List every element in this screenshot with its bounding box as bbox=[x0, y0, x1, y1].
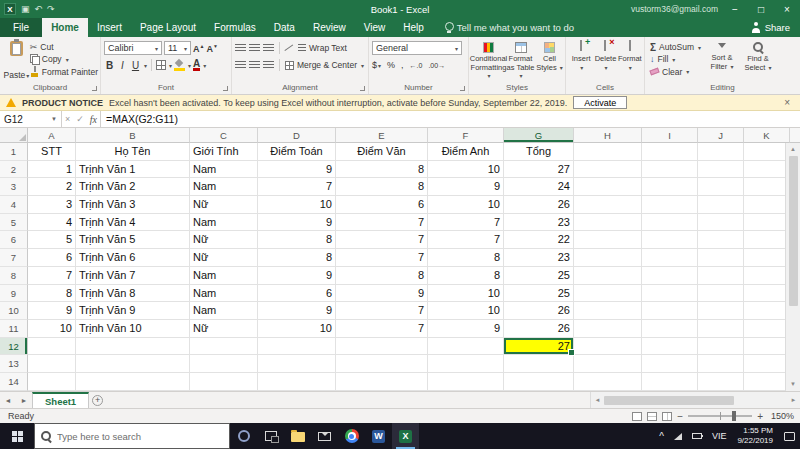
taskbar-search[interactable] bbox=[34, 423, 230, 449]
cell-E3[interactable]: 8 bbox=[336, 178, 428, 196]
font-name-select[interactable]: Calibri▾ bbox=[104, 41, 162, 55]
maximize-button[interactable]: □ bbox=[752, 4, 770, 15]
cell-A8[interactable]: 7 bbox=[28, 267, 76, 285]
cell-F14[interactable] bbox=[428, 373, 504, 391]
cell-I11[interactable] bbox=[642, 320, 698, 338]
zoom-slider[interactable] bbox=[688, 415, 752, 417]
cell-E9[interactable]: 9 bbox=[336, 285, 428, 303]
battery-icon[interactable] bbox=[687, 423, 707, 449]
cut-button[interactable]: ✂Cut bbox=[30, 41, 98, 53]
cell-D4[interactable]: 10 bbox=[258, 196, 336, 214]
cell-D1[interactable]: Điểm Toán bbox=[258, 143, 336, 161]
cell-K9[interactable] bbox=[744, 285, 790, 303]
cell-I3[interactable] bbox=[642, 178, 698, 196]
percent-style-button[interactable]: % bbox=[387, 60, 395, 70]
scroll-right-icon[interactable]: ► bbox=[787, 397, 800, 403]
cell-D13[interactable] bbox=[258, 355, 336, 373]
row-header-4[interactable]: 4 bbox=[0, 196, 28, 214]
cell-F1[interactable]: Điểm Anh bbox=[428, 143, 504, 161]
decrease-font-icon[interactable]: A▼ bbox=[206, 43, 217, 54]
name-box[interactable]: G12 ▼ bbox=[0, 111, 62, 127]
cell-A10[interactable]: 9 bbox=[28, 302, 76, 320]
cell-K10[interactable] bbox=[744, 302, 790, 320]
cell-J11[interactable] bbox=[698, 320, 744, 338]
view-page-layout-icon[interactable] bbox=[647, 412, 657, 421]
cell-B6[interactable]: Trịnh Văn 5 bbox=[76, 231, 190, 249]
row-header-1[interactable]: 1 bbox=[0, 143, 28, 161]
enter-icon[interactable]: ✓ bbox=[76, 114, 84, 124]
row-header-8[interactable]: 8 bbox=[0, 267, 28, 285]
column-header-C[interactable]: C bbox=[190, 128, 258, 143]
close-button[interactable]: × bbox=[778, 4, 796, 15]
cell-E14[interactable] bbox=[336, 373, 428, 391]
decrease-decimal-icon[interactable]: .00→ bbox=[428, 62, 445, 69]
row-header-3[interactable]: 3 bbox=[0, 178, 28, 196]
cell-G7[interactable]: 23 bbox=[504, 249, 574, 267]
cell-I1[interactable] bbox=[642, 143, 698, 161]
cell-D11[interactable]: 10 bbox=[258, 320, 336, 338]
cell-B1[interactable]: Họ Tên bbox=[76, 143, 190, 161]
alignment-dialog-launcher-icon[interactable] bbox=[360, 86, 365, 91]
cell-J8[interactable] bbox=[698, 267, 744, 285]
row-header-5[interactable]: 5 bbox=[0, 214, 28, 232]
row-header-2[interactable]: 2 bbox=[0, 161, 28, 179]
cell-K5[interactable] bbox=[744, 214, 790, 232]
excel-button[interactable]: X bbox=[392, 423, 419, 449]
cell-D5[interactable]: 9 bbox=[258, 214, 336, 232]
cell-K4[interactable] bbox=[744, 196, 790, 214]
cell-K3[interactable] bbox=[744, 178, 790, 196]
cell-G13[interactable] bbox=[504, 355, 574, 373]
cell-G14[interactable] bbox=[504, 373, 574, 391]
word-button[interactable]: W bbox=[365, 423, 392, 449]
cell-K7[interactable] bbox=[744, 249, 790, 267]
cell-G9[interactable]: 25 bbox=[504, 285, 574, 303]
increase-font-icon[interactable]: A▲ bbox=[193, 43, 204, 54]
cell-B13[interactable] bbox=[76, 355, 190, 373]
tray-expand-icon[interactable]: ^ bbox=[654, 423, 669, 449]
cell-F8[interactable]: 8 bbox=[428, 267, 504, 285]
cell-F7[interactable]: 8 bbox=[428, 249, 504, 267]
format-as-table-button[interactable]: Format as Table ▾ bbox=[505, 39, 536, 81]
align-right-icon[interactable] bbox=[263, 61, 274, 69]
number-format-select[interactable]: General▾ bbox=[372, 41, 462, 55]
cell-D14[interactable] bbox=[258, 373, 336, 391]
row-header-14[interactable]: 14 bbox=[0, 373, 28, 391]
view-page-break-icon[interactable] bbox=[662, 412, 672, 421]
cell-B3[interactable]: Trịnh Văn 2 bbox=[76, 178, 190, 196]
align-middle-icon[interactable] bbox=[249, 44, 260, 52]
cell-D12[interactable] bbox=[258, 338, 336, 356]
horizontal-scrollbar[interactable]: ◄ ► bbox=[590, 392, 800, 408]
cell-I8[interactable] bbox=[642, 267, 698, 285]
cell-C6[interactable]: Nữ bbox=[190, 231, 258, 249]
cell-I13[interactable] bbox=[642, 355, 698, 373]
row-header-12[interactable]: 12 bbox=[0, 338, 28, 356]
paste-button[interactable]: Paste▾ bbox=[3, 39, 30, 81]
cell-A13[interactable] bbox=[28, 355, 76, 373]
taskview-button[interactable] bbox=[257, 423, 284, 449]
cell-E8[interactable]: 8 bbox=[336, 267, 428, 285]
cell-K8[interactable] bbox=[744, 267, 790, 285]
cell-C10[interactable]: Nam bbox=[190, 302, 258, 320]
orientation-icon[interactable] bbox=[285, 43, 295, 53]
cell-styles-button[interactable]: Cell Styles ▾ bbox=[536, 39, 563, 81]
cell-B8[interactable]: Trịnh Văn 7 bbox=[76, 267, 190, 285]
cell-J10[interactable] bbox=[698, 302, 744, 320]
insert-function-button[interactable]: fx bbox=[90, 114, 97, 125]
start-button[interactable] bbox=[0, 423, 34, 449]
find-select-button[interactable]: Find & Select ▾ bbox=[740, 39, 776, 81]
align-left-icon[interactable] bbox=[235, 61, 246, 69]
cell-J6[interactable] bbox=[698, 231, 744, 249]
cell-A5[interactable]: 4 bbox=[28, 214, 76, 232]
cell-I10[interactable] bbox=[642, 302, 698, 320]
account-email[interactable]: vustorm36@gmail.com bbox=[631, 4, 718, 14]
column-header-B[interactable]: B bbox=[76, 128, 190, 143]
column-header-G[interactable]: G bbox=[504, 128, 574, 143]
minimize-button[interactable]: − bbox=[726, 4, 744, 15]
cell-C7[interactable]: Nữ bbox=[190, 249, 258, 267]
cell-H1[interactable] bbox=[574, 143, 642, 161]
cell-I9[interactable] bbox=[642, 285, 698, 303]
bold-button[interactable]: B bbox=[104, 60, 115, 71]
vscroll-thumb[interactable] bbox=[789, 156, 798, 306]
cell-D10[interactable]: 9 bbox=[258, 302, 336, 320]
tab-file[interactable]: File bbox=[0, 18, 42, 37]
